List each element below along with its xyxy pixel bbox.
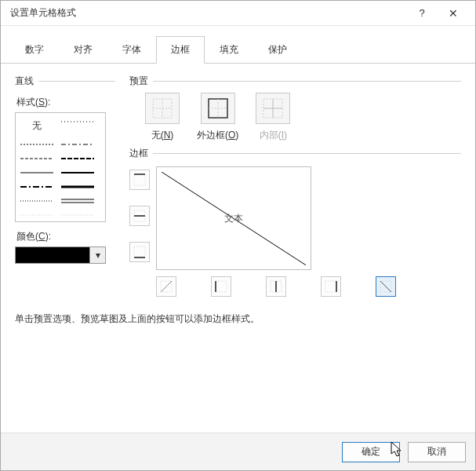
- border-vmid-button[interactable]: [266, 276, 286, 297]
- border-diag-down-button[interactable]: [376, 276, 396, 297]
- border-right-button[interactable]: [321, 276, 341, 297]
- ok-button[interactable]: 确定: [342, 442, 400, 462]
- dialog-body: 直线 样式(S): 无 颜色(C): ▾: [1, 64, 475, 433]
- preset-group-label: 预置: [129, 75, 461, 88]
- border-bottom-row: [156, 276, 396, 297]
- close-button[interactable]: ✕: [438, 2, 469, 24]
- dialog-title: 设置单元格格式: [10, 6, 406, 20]
- border-hmid-button[interactable]: [129, 206, 150, 226]
- border-top-button[interactable]: [129, 170, 150, 190]
- tab-number[interactable]: 数字: [10, 36, 59, 64]
- color-label: 颜色(C):: [16, 230, 115, 243]
- style-opt[interactable]: [20, 195, 53, 206]
- style-opt[interactable]: [20, 153, 53, 164]
- border-bottom-button[interactable]: [129, 242, 150, 262]
- svg-line-31: [161, 281, 172, 292]
- preview-text: 文本: [224, 212, 243, 225]
- close-icon: ✕: [449, 7, 458, 20]
- style-label: 样式(S):: [16, 96, 115, 109]
- line-group-label: 直线: [15, 75, 115, 88]
- tab-font[interactable]: 字体: [107, 36, 156, 64]
- preset-outline[interactable]: [201, 93, 235, 124]
- style-none[interactable]: 无: [20, 116, 53, 136]
- tab-fill[interactable]: 填充: [205, 36, 253, 64]
- preset-row: 无(N) 外边框(O) 内部(I): [145, 93, 461, 142]
- preset-inside[interactable]: [256, 93, 290, 124]
- preset-inside-label: 内部(I): [260, 129, 287, 142]
- tab-bar: 数字 对齐 字体 边框 填充 保护: [1, 26, 475, 64]
- color-dropdown[interactable]: ▾: [90, 246, 106, 264]
- style-opt[interactable]: [20, 210, 53, 221]
- style-opt[interactable]: [61, 181, 94, 192]
- style-opt[interactable]: [61, 153, 94, 164]
- tab-protection[interactable]: 保护: [253, 36, 302, 64]
- preset-outline-label: 外边框(O): [197, 129, 238, 142]
- style-opt[interactable]: [20, 167, 53, 178]
- chevron-down-icon: ▾: [96, 250, 100, 261]
- border-left-button[interactable]: [211, 276, 231, 297]
- hint-text: 单击预置选项、预览草图及上面的按钮可以添加边框样式。: [15, 312, 461, 326]
- style-opt[interactable]: [61, 195, 94, 206]
- border-diag-up-button[interactable]: [156, 276, 176, 297]
- help-icon: ?: [419, 7, 424, 19]
- titlebar: 设置单元格格式 ? ✕: [1, 1, 475, 26]
- svg-rect-32: [216, 281, 227, 292]
- style-opt[interactable]: [61, 167, 94, 178]
- tab-border[interactable]: 边框: [156, 36, 205, 64]
- border-group-label: 边框: [129, 147, 461, 160]
- format-cells-dialog: 设置单元格格式 ? ✕ 数字 对齐 字体 边框 填充 保护 直线 样式(S): …: [0, 0, 476, 471]
- style-opt[interactable]: [20, 139, 53, 150]
- svg-rect-27: [134, 246, 145, 257]
- dialog-footer: 确定 取消: [1, 433, 475, 470]
- color-swatch[interactable]: [15, 246, 90, 264]
- svg-rect-23: [134, 174, 145, 185]
- cancel-button[interactable]: 取消: [408, 442, 466, 462]
- svg-line-39: [380, 281, 391, 292]
- style-opt[interactable]: [61, 210, 94, 221]
- tab-alignment[interactable]: 对齐: [59, 36, 107, 64]
- preset-none[interactable]: [145, 93, 180, 124]
- style-opt[interactable]: [61, 139, 94, 150]
- style-list[interactable]: 无: [15, 112, 106, 222]
- border-side-column: [129, 170, 150, 297]
- preset-none-label: 无(N): [151, 129, 174, 142]
- border-preview[interactable]: 文本: [156, 166, 311, 270]
- line-section: 直线 样式(S): 无 颜色(C): ▾: [15, 75, 115, 297]
- help-button[interactable]: ?: [406, 2, 438, 24]
- style-opt[interactable]: [20, 181, 53, 192]
- svg-rect-36: [325, 281, 336, 292]
- style-opt[interactable]: [61, 116, 94, 127]
